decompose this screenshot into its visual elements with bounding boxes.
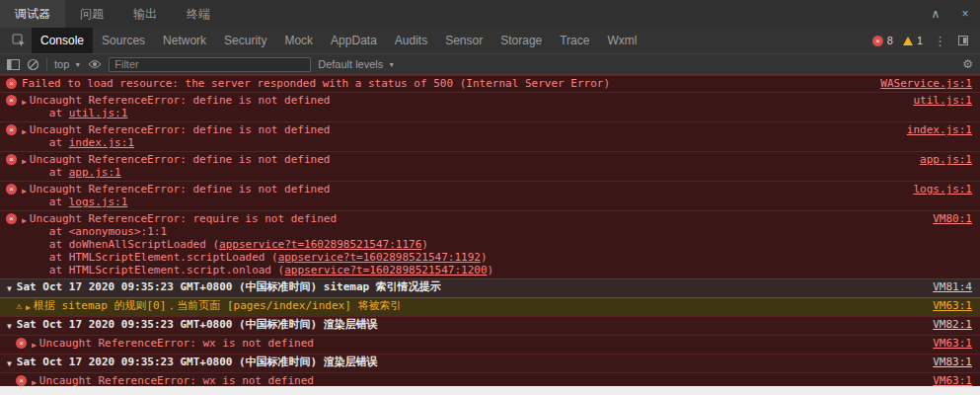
stack-frame: at index.js:1 <box>30 136 897 149</box>
expand-icon[interactable]: ▶ <box>22 214 27 227</box>
stack-link[interactable]: appservice?t=1602898521547:1176 <box>219 238 421 251</box>
error-icon: × <box>6 213 17 224</box>
titlebar-tab-terminal[interactable]: 终端 <box>172 0 225 28</box>
tab-appdata[interactable]: AppData <box>322 28 386 53</box>
log-levels-dropdown[interactable]: Default levels ▼ <box>318 58 395 70</box>
message-text: Uncaught ReferenceError: define is not d… <box>30 183 904 196</box>
error-icon: × <box>6 124 17 135</box>
message-text: Uncaught ReferenceError: define is not d… <box>30 153 910 166</box>
error-icon: × <box>6 95 17 106</box>
execution-context-value: top <box>54 58 69 70</box>
more-options-icon[interactable]: ⋮ <box>934 28 946 53</box>
live-expression-eye-icon[interactable] <box>88 59 102 69</box>
message-text: Sat Oct 17 2020 09:35:23 GMT+0800 (中国标准时… <box>17 280 923 293</box>
tab-security[interactable]: Security <box>215 28 275 53</box>
console-error-row: ×▶Uncaught ReferenceError: wx is not def… <box>0 372 980 386</box>
error-icon: × <box>872 36 883 46</box>
tab-network[interactable]: Network <box>154 28 215 53</box>
group-collapse-icon[interactable]: ▼ <box>7 357 12 370</box>
chevron-down-icon: ▼ <box>388 61 395 68</box>
message-text: Sat Oct 17 2020 09:35:23 GMT+0800 (中国标准时… <box>17 318 923 331</box>
source-location-link[interactable]: logs.js:1 <box>913 183 972 196</box>
console-log-area: ×Failed to load resource: the server res… <box>0 75 980 386</box>
tab-wxml[interactable]: Wxml <box>598 28 645 53</box>
source-location-link[interactable]: VM81:4 <box>933 280 972 293</box>
expand-icon[interactable]: ▶ <box>22 96 27 109</box>
tab-mock[interactable]: Mock <box>275 28 322 53</box>
titlebar-tab-issues[interactable]: 问题 <box>65 0 118 28</box>
source-location-link[interactable]: index.js:1 <box>907 123 972 136</box>
error-icon: × <box>6 78 17 89</box>
message-text: 根据 sitemap 的规则[0]，当前页面 [pages/index/inde… <box>34 299 923 312</box>
console-error-row: ×Failed to load resource: the server res… <box>0 75 980 92</box>
group-collapse-icon[interactable]: ▼ <box>7 320 12 333</box>
message-text: Uncaught ReferenceError: wx is not defin… <box>39 337 923 350</box>
expand-icon[interactable]: ▶ <box>32 339 37 352</box>
group-collapse-icon[interactable]: ▼ <box>7 282 12 295</box>
message-text: Sat Oct 17 2020 09:35:23 GMT+0800 (中国标准时… <box>17 356 923 368</box>
message-text: Uncaught ReferenceError: require is not … <box>30 212 923 225</box>
tab-storage[interactable]: Storage <box>491 28 551 53</box>
debugger-titlebar: 调试器 问题 输出 终端 ∧ × <box>0 0 980 28</box>
error-count-badge[interactable]: × 8 <box>872 28 893 53</box>
warning-icon <box>903 37 913 45</box>
source-location-link[interactable]: VM63:1 <box>933 337 972 350</box>
expand-icon[interactable]: ▶ <box>32 376 37 386</box>
stack-frame: at doWhenAllScriptLoaded (appservice?t=1… <box>30 238 923 251</box>
console-error-row: ×▶Uncaught ReferenceError: define is not… <box>0 121 980 151</box>
stack-link[interactable]: index.js:1 <box>69 136 134 149</box>
warning-count-badge[interactable]: 1 <box>903 28 923 53</box>
source-location-link[interactable]: VM63:1 <box>933 299 972 312</box>
expand-icon[interactable]: ▶ <box>22 125 27 138</box>
collapse-icon[interactable]: ∧ <box>921 0 950 28</box>
expand-icon[interactable]: ▶ <box>22 185 27 198</box>
stack-link[interactable]: appservice?t=1602898521547:1200 <box>284 264 487 276</box>
dock-side-icon[interactable] <box>957 28 969 53</box>
source-location-link[interactable]: util.js:1 <box>913 94 972 107</box>
filter-input[interactable] <box>109 57 311 72</box>
titlebar-tab-output[interactable]: 输出 <box>118 0 172 28</box>
console-toolbar: top ▼ Default levels ▼ ⚙ <box>0 54 980 75</box>
console-group-header: ▼Sat Oct 17 2020 09:35:23 GMT+0800 (中国标准… <box>0 316 980 335</box>
stack-frame: at HTMLScriptElement.scriptLoaded (appse… <box>30 251 923 264</box>
console-error-row: ×▶Uncaught ReferenceError: define is not… <box>0 181 980 210</box>
stack-link[interactable]: logs.js:1 <box>69 196 128 208</box>
stack-link[interactable]: appservice?t=1602898521547:1192 <box>278 251 481 264</box>
warning-icon: ⚠ <box>16 299 22 312</box>
execution-context-dropdown[interactable]: top ▼ <box>54 58 81 70</box>
stack-frame: at <anonymous>:1:1 <box>30 225 923 238</box>
error-icon: × <box>16 375 27 386</box>
clear-console-icon[interactable] <box>27 58 39 71</box>
stack-link[interactable]: app.js:1 <box>69 166 121 179</box>
message-text: Uncaught ReferenceError: wx is not defin… <box>39 374 923 386</box>
source-location-link[interactable]: VM82:1 <box>933 318 972 331</box>
source-location-link[interactable]: VM83:1 <box>933 356 972 368</box>
expand-icon[interactable]: ▶ <box>26 301 31 314</box>
tab-audits[interactable]: Audits <box>386 28 436 53</box>
source-location-link[interactable]: VM80:1 <box>933 212 972 225</box>
source-location-link[interactable]: VM63:1 <box>933 374 972 386</box>
message-text: Failed to load resource: the server resp… <box>22 77 870 90</box>
inspect-element-icon[interactable] <box>6 28 32 53</box>
source-location-link[interactable]: app.js:1 <box>920 153 972 166</box>
tab-sources[interactable]: Sources <box>93 28 154 53</box>
source-location-link[interactable]: WAService.js:1 <box>880 77 972 90</box>
window-bottom-edge <box>0 386 980 395</box>
devtools-tabs: ConsoleSourcesNetworkSecurityMockAppData… <box>32 28 645 53</box>
error-icon: × <box>6 184 17 195</box>
tab-sensor[interactable]: Sensor <box>436 28 491 53</box>
settings-gear-icon[interactable]: ⚙ <box>962 57 973 71</box>
error-count: 8 <box>887 35 893 46</box>
error-icon: × <box>16 338 27 349</box>
log-levels-label: Default levels <box>318 58 383 70</box>
stack-link[interactable]: util.js:1 <box>69 107 128 119</box>
stack-frame: at app.js:1 <box>30 166 910 179</box>
console-sidebar-icon[interactable] <box>7 59 20 70</box>
tab-console[interactable]: Console <box>32 28 93 53</box>
warning-count: 1 <box>917 35 923 46</box>
close-icon[interactable]: × <box>950 0 980 28</box>
console-group-header: ▼Sat Oct 17 2020 09:35:23 GMT+0800 (中国标准… <box>0 354 980 372</box>
expand-icon[interactable]: ▶ <box>22 155 27 168</box>
tab-trace[interactable]: Trace <box>551 28 598 53</box>
titlebar-tab-debugger[interactable]: 调试器 <box>0 0 65 28</box>
